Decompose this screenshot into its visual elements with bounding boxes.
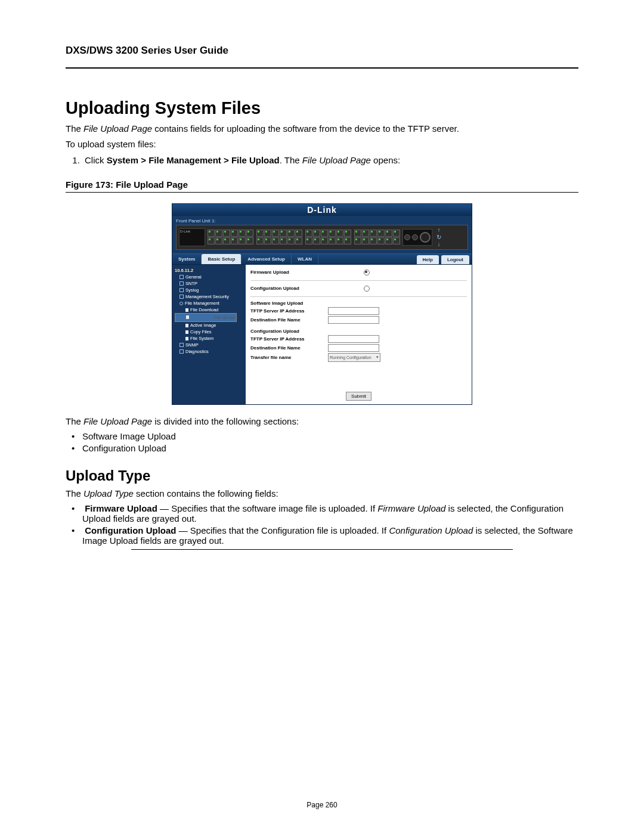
section-heading-uploading: Uploading System Files xyxy=(66,98,578,118)
input-destfile-sw[interactable] xyxy=(328,316,379,324)
ethernet-port[interactable] xyxy=(246,237,253,244)
tree-item[interactable]: SNTP xyxy=(175,280,243,287)
text: opens: xyxy=(371,155,400,165)
tree-item[interactable]: Copy Files xyxy=(175,329,243,335)
input-destfile-cfg[interactable] xyxy=(328,344,379,352)
label-tftp-ip-sw: TFTP Server IP Address xyxy=(250,308,328,314)
tab-system[interactable]: System xyxy=(172,254,202,264)
ethernet-port[interactable] xyxy=(329,230,336,237)
to-upload-line: To upload system files: xyxy=(66,138,578,150)
tab-bar: System Basic Setup Advanced Setup WLAN H… xyxy=(172,253,472,265)
tree-item[interactable]: File System xyxy=(175,335,243,342)
ethernet-port[interactable] xyxy=(215,237,222,244)
ethernet-port[interactable] xyxy=(362,237,369,244)
ethernet-port[interactable] xyxy=(385,230,392,237)
tab-advanced-setup[interactable]: Advanced Setup xyxy=(242,254,292,264)
ethernet-port[interactable] xyxy=(344,237,351,244)
ethernet-port[interactable] xyxy=(223,230,230,237)
ethernet-port[interactable] xyxy=(354,237,361,244)
ethernet-port[interactable] xyxy=(280,237,287,244)
ethernet-port[interactable] xyxy=(231,230,238,237)
ethernet-port[interactable] xyxy=(287,230,295,237)
tree-item[interactable]: Syslog xyxy=(175,287,243,293)
ethernet-port[interactable] xyxy=(280,230,287,237)
ethernet-port[interactable] xyxy=(336,230,343,237)
ethernet-port[interactable] xyxy=(305,237,312,244)
ethernet-port[interactable] xyxy=(344,230,351,237)
panel-arrows[interactable]: ↑ ↻ ↓ xyxy=(435,227,443,247)
arrow-down-icon[interactable]: ↓ xyxy=(438,241,441,247)
ethernet-port[interactable] xyxy=(377,237,385,244)
text: . The xyxy=(280,155,302,165)
ethernet-port[interactable] xyxy=(256,237,264,244)
ethernet-port[interactable] xyxy=(362,230,369,237)
ethernet-port[interactable] xyxy=(336,237,343,244)
ethernet-port[interactable] xyxy=(231,237,238,244)
ethernet-port[interactable] xyxy=(287,237,295,244)
logout-button[interactable]: Logout xyxy=(441,255,469,264)
ethernet-port[interactable] xyxy=(393,237,400,244)
tree-root-ip[interactable]: 10.6.11.2 xyxy=(175,267,243,274)
radio-configuration-upload[interactable] xyxy=(364,286,370,292)
ethernet-port[interactable] xyxy=(264,230,271,237)
ethernet-port[interactable] xyxy=(313,237,320,244)
ethernet-port[interactable] xyxy=(208,230,215,237)
tree-item[interactable]: File Download xyxy=(175,306,243,313)
ethernet-port[interactable] xyxy=(354,230,361,237)
ethernet-port[interactable] xyxy=(208,237,215,244)
ethernet-port[interactable] xyxy=(215,230,222,237)
tab-wlan[interactable]: WLAN xyxy=(292,254,318,264)
text: section contains the following fields: xyxy=(134,488,278,498)
ethernet-port[interactable] xyxy=(313,230,320,237)
ethernet-port[interactable] xyxy=(370,230,377,237)
tree-item[interactable]: Management Security xyxy=(175,293,243,300)
switch-panel: D-Link ↑ ↻ ↓ xyxy=(176,225,468,250)
ethernet-port[interactable] xyxy=(246,230,253,237)
help-button[interactable]: Help xyxy=(417,255,439,264)
text-emph: File Upload Page xyxy=(302,155,371,165)
tree-item[interactable]: Active Image xyxy=(175,322,243,329)
ethernet-port[interactable] xyxy=(329,237,336,244)
nav-path-bold: System > File Management > File Upload xyxy=(107,155,280,165)
aux-button[interactable] xyxy=(412,234,418,240)
radio-firmware-upload[interactable] xyxy=(364,270,370,275)
tree-item-label: File Upload xyxy=(214,315,235,320)
ethernet-port[interactable] xyxy=(377,230,385,237)
aux-button[interactable] xyxy=(404,234,410,240)
ethernet-port[interactable] xyxy=(385,237,392,244)
ethernet-port[interactable] xyxy=(393,230,400,237)
ethernet-port[interactable] xyxy=(272,230,279,237)
ethernet-port[interactable] xyxy=(223,237,230,244)
ethernet-port[interactable] xyxy=(264,237,271,244)
ethernet-port[interactable] xyxy=(295,237,302,244)
tree-item-label: Copy Files xyxy=(190,329,211,335)
tree-item-label: Diagnostics xyxy=(185,349,209,354)
submit-button[interactable]: Submit xyxy=(346,392,371,401)
nav-tree: 10.6.11.2 GeneralSNTPSyslogManagement Se… xyxy=(172,265,246,404)
tree-item[interactable]: Diagnostics xyxy=(175,348,243,355)
serial-port-icon xyxy=(420,232,431,243)
ethernet-port[interactable] xyxy=(295,230,302,237)
ethernet-port[interactable] xyxy=(272,237,279,244)
ethernet-port[interactable] xyxy=(256,230,264,237)
select-transfer-file[interactable]: Running Configuration ▾ xyxy=(328,353,380,362)
tab-basic-setup[interactable]: Basic Setup xyxy=(202,254,242,264)
ethernet-port[interactable] xyxy=(321,237,328,244)
ethernet-port[interactable] xyxy=(370,237,377,244)
input-tftp-ip-cfg[interactable] xyxy=(328,335,379,343)
ethernet-port[interactable] xyxy=(305,230,312,237)
ethernet-port[interactable] xyxy=(321,230,328,237)
text-emph: File Upload Page xyxy=(83,416,152,426)
tree-item[interactable]: SNMP xyxy=(175,342,243,348)
tree-item[interactable]: File Upload xyxy=(175,313,237,322)
tree-item[interactable]: File Management xyxy=(175,300,243,306)
tree-item[interactable]: General xyxy=(175,274,243,280)
dlink-ui: D-Link Front Panel Unit 1: D-Link ↑ ↻ ↓ … xyxy=(172,203,472,405)
text-emph: Upload Type xyxy=(83,488,134,498)
arrow-up-icon[interactable]: ↑ xyxy=(438,227,441,233)
refresh-icon[interactable]: ↻ xyxy=(436,234,441,240)
ethernet-port[interactable] xyxy=(239,230,246,237)
ethernet-port[interactable] xyxy=(239,237,246,244)
tree-item-label: General xyxy=(185,274,202,280)
input-tftp-ip-sw[interactable] xyxy=(328,307,379,315)
